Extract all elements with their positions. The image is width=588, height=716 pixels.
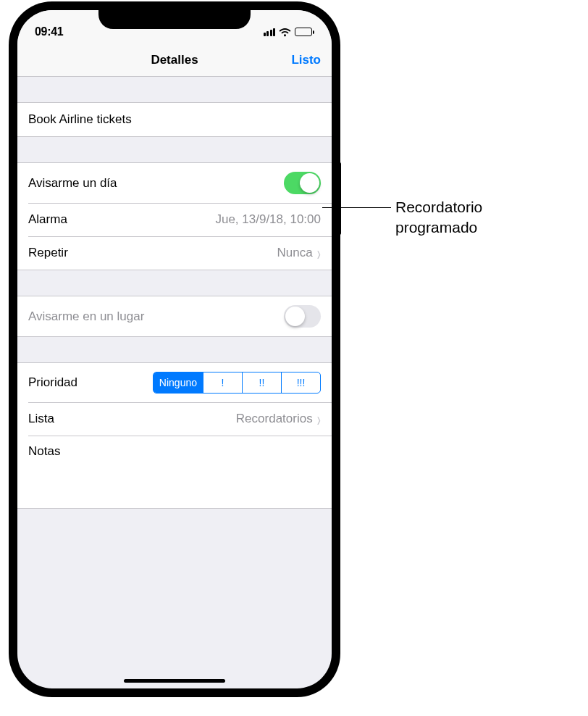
phone-frame: 09:41 Detalles Listo [9,1,340,697]
priority-option-low[interactable]: ! [203,372,242,393]
priority-option-high[interactable]: !!! [281,372,320,393]
priority-label: Prioridad [28,375,77,390]
alarm-row[interactable]: Alarma Jue, 13/9/18, 10:00 [17,203,332,236]
remind-on-day-row: Avisarme un día [17,163,332,203]
callout-line [322,207,391,208]
list-label: Lista [28,412,54,426]
meta-group: Prioridad Ninguno ! !! !!! Lista Recorda… [17,362,332,509]
screen: 09:41 Detalles Listo [17,10,332,688]
cellular-signal-icon [264,28,276,36]
wifi-icon [279,28,291,37]
reminder-title-text: Book Airline tickets [28,112,132,127]
chevron-right-icon: › [316,243,320,264]
status-icons [264,28,315,37]
priority-option-medium[interactable]: !! [242,372,281,393]
remind-on-day-toggle[interactable] [284,172,321,194]
alarm-label: Alarma [28,212,67,227]
callout-scheduled-reminder: Recordatorio programado [322,197,482,238]
title-group: Book Airline tickets [17,102,332,137]
schedule-group: Avisarme un día Alarma Jue, 13/9/18, 10:… [17,162,332,270]
home-indicator [124,679,225,683]
callout-text: Recordatorio programado [395,197,482,238]
remind-at-location-row: Avisarme en un lugar [17,296,332,336]
remind-at-location-label: Avisarme en un lugar [28,309,144,324]
status-time: 09:41 [35,25,63,38]
priority-option-none[interactable]: Ninguno [154,372,203,393]
nav-title: Detalles [151,53,198,67]
nav-bar: Detalles Listo [17,43,332,77]
done-button[interactable]: Listo [291,53,321,67]
list-row[interactable]: Lista Recordatorios › [17,402,332,436]
list-value: Recordatorios [236,412,313,426]
reminder-title-field[interactable]: Book Airline tickets [17,103,332,136]
location-group: Avisarme en un lugar [17,296,332,337]
chevron-right-icon: › [316,409,320,430]
alarm-value: Jue, 13/9/18, 10:00 [215,212,321,227]
repeat-label: Repetir [28,246,68,260]
priority-segmented-control[interactable]: Ninguno ! !! !!! [153,372,321,394]
battery-icon [295,28,314,36]
notes-row[interactable]: Notas [17,436,332,508]
notch [98,6,251,29]
repeat-row[interactable]: Repetir Nunca › [17,236,332,270]
notes-label: Notas [28,444,60,459]
remind-at-location-toggle[interactable] [284,305,321,328]
remind-on-day-label: Avisarme un día [28,176,117,191]
priority-row: Prioridad Ninguno ! !! !!! [17,363,332,402]
repeat-value: Nunca [277,246,313,260]
